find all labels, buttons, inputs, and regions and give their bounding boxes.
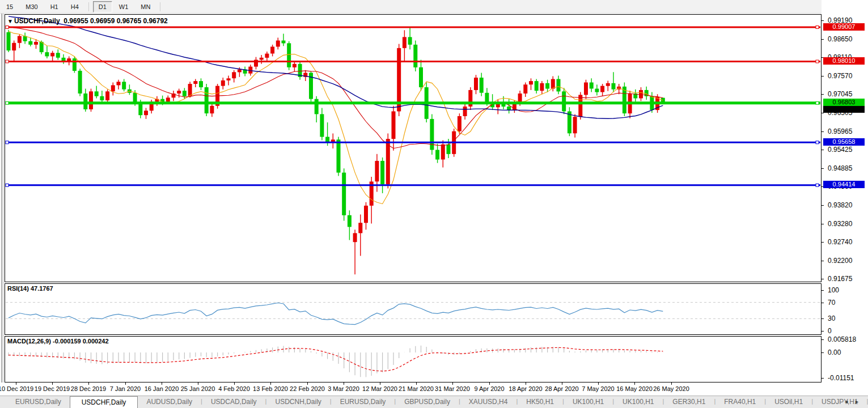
price-tick: [822, 20, 824, 21]
price-tick-label: 0.97570: [828, 72, 852, 80]
line-handle[interactable]: [6, 141, 9, 144]
tab-usdcnh-daily[interactable]: USDCNH,Daily: [266, 396, 329, 408]
line-price-label: 0.96803: [823, 99, 865, 106]
price-tick: [822, 205, 824, 206]
time-tick: [162, 382, 162, 385]
timeframe-button-m30[interactable]: M30: [20, 1, 43, 12]
price-scale[interactable]: 0.991900.986500.981100.975700.970450.965…: [822, 0, 868, 396]
line-handle[interactable]: [6, 60, 9, 63]
tab-eurusd-daily[interactable]: EURUSD,Daily: [7, 396, 70, 408]
tab-eurusd-daily[interactable]: EURUSD,Daily: [332, 396, 395, 408]
chart-title-ohlc: 0.96955 0.96959 0.96765 0.96792: [63, 17, 168, 25]
tab-hk50-h1[interactable]: HK50,H1: [518, 396, 562, 408]
time-tick: [562, 382, 562, 385]
chart-title-symbol: USDCHF,Daily: [14, 17, 60, 25]
timeframe-button-d1[interactable]: D1: [93, 1, 112, 12]
line-handle[interactable]: [816, 184, 819, 186]
price-tick: [822, 39, 824, 40]
tab-fra40-h1[interactable]: FRA40,H1: [715, 396, 764, 408]
line-price-label: 0.98010: [823, 57, 865, 65]
tab-uk100-h1[interactable]: UK100,H1: [614, 396, 662, 408]
macd-panel[interactable]: [5, 336, 822, 382]
rsi-scale-label: 70: [828, 299, 835, 307]
line-handle[interactable]: [6, 184, 9, 186]
timeframe-button-15[interactable]: 15: [1, 1, 19, 12]
macd-signal-line: [9, 347, 663, 371]
line-handle[interactable]: [816, 141, 819, 144]
tab-scroll-arrows: ◄►: [844, 399, 865, 405]
rsi-indicator-label: RSI(14) 47.1767: [7, 285, 53, 292]
candlestick-chart-canvas: [5, 15, 821, 282]
rsi-tick: [822, 303, 824, 303]
rsi-tick: [822, 331, 824, 332]
time-axis[interactable]: 10 Dec 201919 Dec 201928 Dec 20197 Jan 2…: [0, 382, 868, 396]
price-tick-label: 0.98650: [828, 35, 852, 43]
price-tick: [822, 261, 824, 261]
time-tick: [125, 382, 126, 385]
macd-indicator-label: MACD(12,26,9) -0.000159 0.000242: [7, 338, 109, 345]
chart-dropdown-arrow-icon: ▼: [7, 18, 13, 24]
price-tick: [822, 224, 824, 224]
timeframe-button-w1[interactable]: W1: [113, 1, 134, 12]
price-tick: [822, 113, 824, 113]
time-tick: [88, 382, 89, 385]
time-tick: [598, 382, 599, 385]
line-handle[interactable]: [6, 101, 9, 104]
price-tick: [822, 242, 824, 243]
macd-tick: [822, 378, 824, 379]
rsi-scale-label: 100: [828, 286, 839, 294]
tab-audusd-daily[interactable]: AUDUSD,Daily: [138, 396, 201, 408]
time-tick: [234, 382, 235, 385]
rsi-tick: [822, 318, 824, 319]
line-handle[interactable]: [816, 101, 819, 104]
time-tick: [452, 382, 453, 385]
price-tick: [822, 168, 824, 169]
time-tick: [16, 382, 16, 385]
price-tick-label: 0.92740: [828, 238, 852, 246]
line-handle[interactable]: [816, 26, 819, 29]
tab-xauusd-h4[interactable]: XAUUSD,H4: [460, 396, 516, 408]
main-price-chart[interactable]: [5, 14, 822, 282]
tab-gbpusd-daily[interactable]: GBPUSD,Daily: [396, 396, 459, 408]
tab-usdcad-daily[interactable]: USDCAD,Daily: [202, 396, 265, 408]
price-tick-label: 0.93280: [828, 220, 852, 228]
tab-scroll-left-icon[interactable]: ◄: [844, 399, 854, 405]
macd-scale-label: 0.00: [828, 348, 841, 356]
time-tick: [634, 382, 635, 385]
line-price-label: 0.94414: [823, 181, 865, 188]
time-tick: [307, 382, 308, 385]
current-price-marker: [823, 106, 865, 113]
tab-scroll-right-icon[interactable]: ►: [854, 399, 865, 405]
line-handle[interactable]: [6, 26, 9, 29]
macd-tick: [822, 339, 824, 340]
time-tick: [526, 382, 526, 385]
price-tick-label: 0.97045: [828, 90, 852, 98]
price-tick: [822, 76, 824, 76]
time-tick: [52, 382, 53, 385]
rsi-panel[interactable]: [5, 283, 822, 335]
chart-tab-bar: EURUSD,DailyUSDCHF,DailyAUDUSD,Daily|USD…: [0, 396, 868, 408]
time-tick: [416, 382, 417, 385]
tab-uk100-h1[interactable]: UK100,H1: [564, 396, 612, 408]
trading-platform-window: 15M30H1H4D1W1MN ▼USDCHF,Daily 0.96955 0.…: [0, 0, 868, 408]
rsi-tick: [822, 290, 824, 291]
timeframe-button-h1[interactable]: H1: [45, 1, 64, 12]
tab-usdchf-daily[interactable]: USDCHF,Daily: [70, 396, 138, 408]
price-tick-label: 0.95965: [828, 128, 852, 135]
rsi-chart-canvas: [5, 284, 821, 334]
price-tick: [822, 131, 824, 132]
rsi-scale-label: 0: [828, 327, 832, 335]
time-tick-label: 26 May 2020: [644, 385, 698, 392]
macd-scale-label: -0.01151: [828, 374, 854, 382]
line-price-label: 0.95658: [823, 138, 865, 146]
tab-ger30-h1[interactable]: GER30,H1: [664, 396, 714, 408]
line-handle[interactable]: [816, 60, 819, 63]
tab-usoil-h1[interactable]: USOil,H1: [766, 396, 811, 408]
price-tick: [822, 94, 824, 95]
ma-8-line: [9, 31, 663, 204]
toolbar-separator: [160, 2, 160, 11]
timeframe-button-mn[interactable]: MN: [135, 1, 156, 12]
timeframe-button-h4[interactable]: H4: [65, 1, 84, 12]
price-tick: [822, 279, 824, 279]
price-tick-label: 0.95425: [828, 146, 852, 154]
